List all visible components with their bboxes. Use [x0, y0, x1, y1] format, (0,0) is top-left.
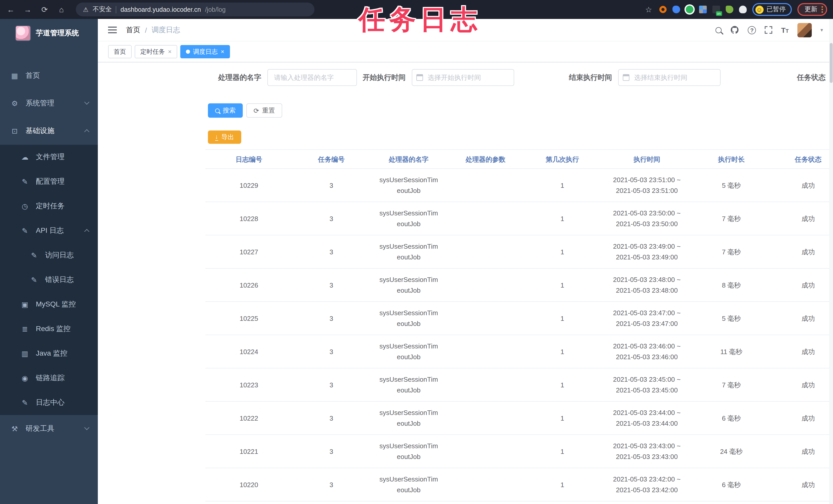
sidebar-item-error-log[interactable]: ✎ 错误日志: [0, 268, 98, 292]
hamburger-icon[interactable]: [108, 27, 117, 33]
clock-icon: ◷: [21, 202, 29, 210]
cell-log-id: 10220: [205, 477, 292, 492]
cell-handler-name: sysUserSessionTimeoutJob: [370, 372, 447, 398]
layers-icon: ≣: [21, 325, 29, 333]
table-row: 102213sysUserSessionTimeoutJob12021-05-0…: [205, 435, 833, 468]
paused-extension-badge[interactable]: ☺ 已暂停: [752, 3, 792, 16]
sidebar-item-file-management[interactable]: ☁ 文件管理: [0, 145, 98, 169]
cell-status: 成功: [770, 311, 833, 326]
handler-name-input[interactable]: [267, 69, 357, 86]
sidebar-item-mysql-monitor[interactable]: ▣ MySQL 监控: [0, 292, 98, 317]
sidebar-item-redis-monitor[interactable]: ≣ Redis 监控: [0, 317, 98, 341]
reset-button[interactable]: ⟳ 重置: [246, 103, 282, 118]
sidebar-item-log-center[interactable]: ✎ 日志中心: [0, 390, 98, 415]
cell-status: 成功: [770, 444, 833, 459]
close-icon[interactable]: ×: [168, 48, 171, 55]
start-time-input[interactable]: [412, 69, 514, 86]
tab-bar: 首页 定时任务 × 调度日志 ×: [98, 41, 833, 62]
sidebar-item-system-management[interactable]: ⚙ 系统管理: [0, 90, 98, 117]
extension-icon[interactable]: [659, 6, 667, 13]
fullscreen-icon[interactable]: [765, 26, 772, 34]
cell-handler-param: [447, 283, 524, 287]
app-logo: [15, 26, 31, 41]
warning-icon: ⚠: [83, 6, 89, 13]
scrollbar-thumb[interactable]: [830, 43, 833, 83]
url-path: /job/log: [205, 6, 226, 13]
sidebar-item-access-log[interactable]: ✎ 访问日志: [0, 243, 98, 268]
reload-icon[interactable]: ⟳: [40, 5, 49, 14]
back-icon[interactable]: ←: [6, 5, 15, 14]
filter-end-time-group: 结束执行时间: [569, 69, 720, 86]
not-secure-label[interactable]: 不安全: [93, 5, 112, 14]
table-row: 102273sysUserSessionTimeoutJob12021-05-0…: [205, 235, 833, 269]
tab-scheduled-tasks[interactable]: 定时任务 ×: [135, 45, 177, 58]
extension-icon[interactable]: [699, 6, 707, 13]
update-label: 更新: [805, 5, 817, 14]
cell-handler-name: sysUserSessionTimeoutJob: [370, 239, 447, 264]
breadcrumb-home[interactable]: 首页: [126, 25, 140, 34]
help-icon[interactable]: ?: [748, 26, 756, 34]
table-row: 102203sysUserSessionTimeoutJob12021-05-0…: [205, 468, 833, 501]
tab-home[interactable]: 首页: [108, 45, 132, 58]
end-time-input[interactable]: [618, 69, 720, 86]
cell-status: 成功: [770, 211, 833, 226]
address-bar[interactable]: ⚠ 不安全 dashboard.yudao.iocoder.cn/job/log: [76, 3, 314, 16]
extension-icon[interactable]: [739, 6, 746, 13]
cell-exec-time: 2021-05-03 23:47:00 ~2021-05-03 23:47:00: [601, 305, 693, 331]
cell-log-id: 10224: [205, 344, 292, 359]
sidebar-item-dev-tools[interactable]: ⚒ 研发工具: [0, 415, 98, 443]
cell-exec-time: 2021-05-03 23:48:00 ~2021-05-03 23:48:00: [601, 272, 693, 298]
menu-kebab-icon[interactable]: [822, 6, 823, 13]
cell-task-id: 3: [292, 178, 370, 193]
cell-log-id: 10223: [205, 377, 292, 392]
cell-handler-name: sysUserSessionTimeoutJob: [370, 472, 447, 497]
cell-handler-name: sysUserSessionTimeoutJob: [370, 339, 447, 364]
column-header-handler-param: 处理器的参数: [447, 152, 524, 167]
cell-exec-time: 2021-05-03 23:44:00 ~2021-05-03 23:44:00: [601, 405, 693, 431]
job-log-table: 日志编号 任务编号 处理器的名字 处理器的参数 第几次执行 执行时间 执行时长 …: [205, 149, 833, 501]
scrollbar[interactable]: [829, 19, 833, 504]
cell-duration: 5 毫秒: [693, 311, 770, 326]
sidebar-item-trace[interactable]: ◉ 链路追踪: [0, 366, 98, 390]
chevron-down-icon[interactable]: ▾: [820, 27, 823, 33]
infrastructure-submenu: ☁ 文件管理 ✎ 配置管理 ◷ 定时任务 ✎ API 日志 ✎: [0, 145, 98, 415]
cell-exec-count: 1: [524, 311, 601, 326]
search-icon[interactable]: [716, 27, 722, 33]
sidebar-item-java-monitor[interactable]: ▥ Java 监控: [0, 341, 98, 366]
browser-update-button[interactable]: 更新: [798, 3, 827, 16]
cell-exec-count: 1: [524, 344, 601, 359]
sidebar-item-config-management[interactable]: ✎ 配置管理: [0, 169, 98, 194]
search-button[interactable]: 搜索: [208, 103, 243, 118]
sidebar-item-scheduled-tasks[interactable]: ◷ 定时任务: [0, 194, 98, 219]
avatar[interactable]: [798, 23, 812, 37]
column-header-duration: 执行时长: [693, 152, 770, 167]
cell-task-id: 3: [292, 244, 370, 259]
font-size-icon[interactable]: TT: [781, 26, 789, 34]
sidebar: 芋道管理系统 ▦ 首页 ⚙ 系统管理 ⊡ 基础设施 ☁ 文件管理: [0, 19, 98, 504]
cell-duration: 8 毫秒: [693, 278, 770, 293]
close-icon[interactable]: ×: [221, 48, 224, 55]
extension-icon[interactable]: [686, 6, 693, 13]
cell-exec-time: 2021-05-03 23:46:00 ~2021-05-03 23:46:00: [601, 339, 693, 364]
cell-log-id: 10227: [205, 244, 292, 259]
cell-exec-time: 2021-05-03 23:49:00 ~2021-05-03 23:49:00: [601, 239, 693, 264]
cell-exec-time: 2021-05-03 23:51:00 ~2021-05-03 23:51:00: [601, 172, 693, 198]
extension-icon[interactable]: [672, 6, 680, 13]
sidebar-item-api-log[interactable]: ✎ API 日志: [0, 219, 98, 243]
cell-status: 成功: [770, 411, 833, 425]
sidebar-item-infrastructure[interactable]: ⊡ 基础设施: [0, 117, 98, 145]
sidebar-item-home[interactable]: ▦ 首页: [0, 62, 98, 90]
export-button[interactable]: ↓ 导出: [208, 130, 241, 144]
cell-handler-name: sysUserSessionTimeoutJob: [370, 272, 447, 298]
calendar-icon: [416, 74, 423, 81]
home-icon[interactable]: ⌂: [57, 5, 66, 14]
extension-icon[interactable]: [712, 6, 720, 13]
table-row: 102233sysUserSessionTimeoutJob12021-05-0…: [205, 369, 833, 402]
github-icon[interactable]: [731, 26, 739, 34]
bookmark-star-icon[interactable]: ☆: [644, 5, 653, 14]
forward-icon[interactable]: →: [23, 5, 32, 14]
app-logo-row: 芋道管理系统: [0, 19, 98, 48]
extension-icon[interactable]: [725, 6, 733, 13]
cell-exec-count: 1: [524, 411, 601, 425]
tab-schedule-log[interactable]: 调度日志 ×: [180, 45, 230, 58]
